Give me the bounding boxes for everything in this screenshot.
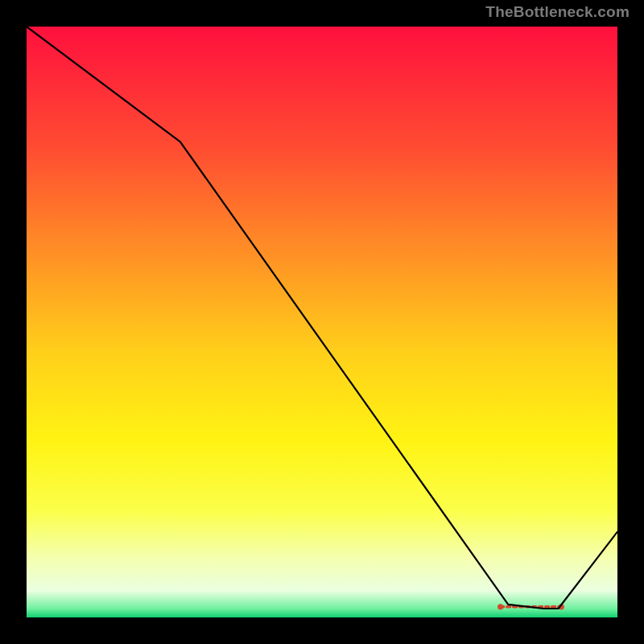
gradient-background (27, 27, 617, 617)
chart-frame: TheBottleneck.com (0, 0, 644, 644)
attribution-text: TheBottleneck.com (485, 3, 630, 21)
plot-panel (27, 27, 617, 617)
plot-svg (27, 27, 617, 617)
svg-point-1 (497, 604, 503, 609)
